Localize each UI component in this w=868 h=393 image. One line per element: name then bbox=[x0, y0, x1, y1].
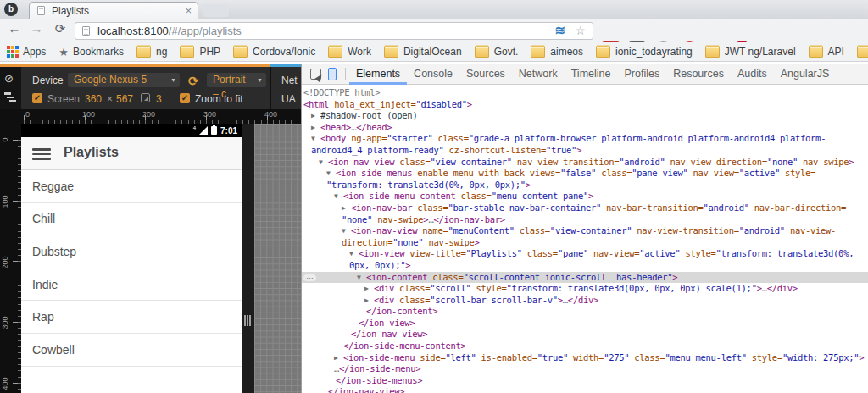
profile-avatar[interactable]: b bbox=[4, 3, 18, 16]
playlist-item[interactable]: Chill bbox=[21, 203, 242, 236]
playlist-item[interactable]: Cowbell bbox=[21, 334, 242, 367]
device-resize-strip bbox=[242, 124, 254, 393]
expanded-arrow-icon[interactable]: ▼ bbox=[349, 248, 359, 260]
devtools-tab[interactable]: Profiles bbox=[617, 64, 666, 85]
devtools-tab[interactable]: Resources bbox=[666, 64, 731, 85]
screen-height-value[interactable]: 567 bbox=[116, 93, 133, 105]
dpr-value[interactable]: 3 bbox=[156, 93, 162, 105]
playlist-item[interactable]: Rap bbox=[21, 301, 242, 334]
resize-handle[interactable] bbox=[244, 315, 252, 326]
dom-tree-node[interactable]: </ion-view> bbox=[302, 318, 868, 329]
device-select[interactable]: Google Nexus 5 bbox=[68, 73, 180, 87]
dom-tree-node[interactable]: ▶<div class="scroll" style="transform: t… bbox=[302, 283, 868, 295]
dom-tree-node[interactable]: direction="none" nav-swipe> bbox=[302, 237, 868, 249]
url-text[interactable]: localhost:8100/#/app/playlists bbox=[97, 25, 242, 37]
expanded-arrow-icon[interactable]: ▼ bbox=[326, 168, 336, 180]
expanded-arrow-icon[interactable]: ▼ bbox=[342, 225, 351, 237]
dom-tree-node[interactable]: ▼<ion-view view-title="Playlists" class=… bbox=[302, 248, 868, 260]
dom-tree-node[interactable]: "transform: translate3d(0%, 0px, 0px);"> bbox=[302, 180, 868, 191]
browser-tab[interactable]: Playlists × bbox=[29, 2, 198, 19]
collapsed-arrow-icon[interactable]: ▶ bbox=[364, 295, 374, 307]
expanded-arrow-icon[interactable]: ▼ bbox=[357, 272, 366, 284]
dom-tree-node[interactable]: ▶#shadow-root (open) bbox=[302, 110, 868, 122]
bookmark-folder[interactable]: Govt. bbox=[475, 46, 519, 58]
bookmark-folder[interactable]: Astrit bbox=[857, 46, 868, 58]
screen-width-value[interactable]: 360 bbox=[85, 93, 102, 105]
dom-tree-node[interactable]: <html hola_ext_inject="disabled"> bbox=[302, 99, 868, 111]
dom-tree-node[interactable]: <!DOCTYPE html> bbox=[302, 87, 868, 99]
dom-tree-node[interactable]: ▼<ion-side-menus enable-menu-with-back-v… bbox=[302, 168, 868, 180]
expanded-arrow-icon[interactable]: ▼ bbox=[319, 157, 328, 169]
dom-tree-node[interactable]: ▶<head>…</head> bbox=[302, 122, 868, 134]
devtools-tab[interactable]: Sources bbox=[459, 64, 512, 85]
device-mode-icon[interactable] bbox=[328, 68, 337, 80]
dom-tree-node[interactable]: ▼<body ng-app="starter" class="grade-a p… bbox=[302, 133, 868, 145]
dom-tree-node[interactable]: ▼<ion-nav-view class="view-container" na… bbox=[302, 157, 868, 169]
orientation-select[interactable]: Portrait – c bbox=[207, 73, 266, 87]
forward-button[interactable]: → bbox=[27, 21, 46, 36]
rotate-icon[interactable]: ⟳ bbox=[188, 74, 199, 89]
collapsed-arrow-icon[interactable]: ▶ bbox=[311, 110, 320, 122]
collapsed-arrow-icon[interactable]: ▶ bbox=[334, 352, 343, 364]
bookmark-folder[interactable]: ionic_todayrating bbox=[596, 46, 693, 58]
dom-tree-node[interactable]: ▼<ion-side-menu-content class="menu-cont… bbox=[302, 191, 868, 202]
dom-tree-node[interactable]: "none" nav-swipe>…</ion-nav-bar> bbox=[302, 214, 868, 226]
dom-tree-node[interactable]: </ion-side-menus> bbox=[302, 375, 868, 387]
dom-tree-node[interactable]: </ion-nav-view> bbox=[302, 386, 868, 393]
reload-button[interactable]: ⟳ bbox=[51, 21, 70, 36]
devtools-tab[interactable]: Audits bbox=[731, 64, 774, 85]
waterfall-icon[interactable] bbox=[4, 92, 17, 102]
dom-tree-node[interactable]: …</ion-side-menu> bbox=[302, 363, 868, 375]
playlist-item[interactable]: Indie bbox=[21, 268, 242, 302]
dom-tree-node[interactable]: ▶<div class="scroll-bar scroll-bar-v">…<… bbox=[302, 295, 868, 307]
times-glyph: × bbox=[107, 93, 113, 105]
collapsed-arrow-icon[interactable]: ▶ bbox=[364, 283, 374, 295]
address-bar[interactable]: localhost:8100/#/app/playlists ≋ ☆ bbox=[75, 22, 593, 40]
devtools-tab[interactable]: AngularJS bbox=[774, 64, 837, 85]
overflow-dots-handle[interactable]: … bbox=[303, 274, 316, 281]
devtools-tab[interactable]: Network bbox=[512, 64, 565, 85]
playlist-item[interactable]: Reggae bbox=[21, 170, 242, 203]
wave-lines-icon[interactable]: ≋ bbox=[554, 23, 565, 38]
dom-tree-node[interactable]: </ion-side-menu-content> bbox=[302, 340, 868, 352]
bookmark-folder[interactable]: Cordova/Ionic bbox=[233, 46, 315, 58]
expanded-arrow-icon[interactable]: ▼ bbox=[311, 133, 320, 145]
dom-tree-node[interactable]: ▼<ion-nav-view name="menuContent" class=… bbox=[302, 225, 868, 237]
dom-tree-node[interactable]: 0px, 0px);"> bbox=[302, 260, 868, 272]
dom-tree-node[interactable]: </ion-content> bbox=[302, 306, 868, 318]
dom-tree-node[interactable]: android4_4 platform-ready" cz-shortcut-l… bbox=[302, 145, 868, 157]
bookmark-star-icon[interactable]: ☆ bbox=[575, 24, 586, 37]
block-icon[interactable]: ⊘ bbox=[4, 72, 14, 85]
bookmark-folder[interactable]: DigitalOcean bbox=[384, 46, 462, 58]
bookmark-folder[interactable]: Work bbox=[328, 46, 371, 58]
apps-shortcut[interactable]: Apps bbox=[7, 46, 46, 58]
bookmark-folder[interactable]: PHP bbox=[180, 46, 220, 58]
new-tab-button[interactable] bbox=[203, 4, 229, 17]
devtools-tab[interactable]: Console bbox=[407, 64, 459, 85]
tab-close-icon[interactable]: × bbox=[185, 4, 192, 17]
ruler-label: 300 bbox=[203, 110, 216, 119]
devtools-tab[interactable]: Timeline bbox=[565, 64, 618, 85]
dom-tree-node[interactable]: ▶<ion-nav-bar class="bar-stable nav-bar-… bbox=[302, 202, 868, 214]
ruler-corner bbox=[0, 109, 21, 124]
bookmarks-shortcut[interactable]: ★Bookmarks bbox=[58, 46, 124, 58]
app-header: Playlists bbox=[21, 137, 242, 170]
dom-tree-node[interactable]: </ion-nav-view> bbox=[302, 329, 868, 340]
inspect-element-icon[interactable] bbox=[310, 69, 321, 80]
devtools-tab[interactable]: Elements bbox=[349, 64, 407, 85]
app-title: Playlists bbox=[64, 145, 119, 160]
collapsed-arrow-icon[interactable]: ▶ bbox=[311, 122, 320, 134]
dom-tree-node[interactable]: ▶<ion-side-menu side="left" is-enabled="… bbox=[302, 352, 868, 364]
bookmark-folder[interactable]: aimeos bbox=[531, 46, 583, 58]
back-button[interactable]: ← bbox=[5, 21, 24, 36]
bookmark-folder[interactable]: ng bbox=[136, 46, 167, 58]
menu-hamburger-icon[interactable] bbox=[32, 148, 51, 160]
zoom-to-fit-checkbox[interactable]: ✓ bbox=[180, 93, 190, 103]
bookmark-folder[interactable]: JWT ng/Laravel bbox=[705, 46, 796, 58]
playlist-item[interactable]: Dubstep bbox=[21, 235, 242, 268]
dom-tree-node[interactable]: ▼<ion-content class="scroll-content ioni… bbox=[302, 272, 868, 284]
bookmark-folder[interactable]: API bbox=[809, 46, 844, 58]
collapsed-arrow-icon[interactable]: ▶ bbox=[342, 202, 351, 214]
screen-checkbox[interactable]: ✓ bbox=[32, 93, 42, 103]
expanded-arrow-icon[interactable]: ▼ bbox=[334, 191, 343, 202]
